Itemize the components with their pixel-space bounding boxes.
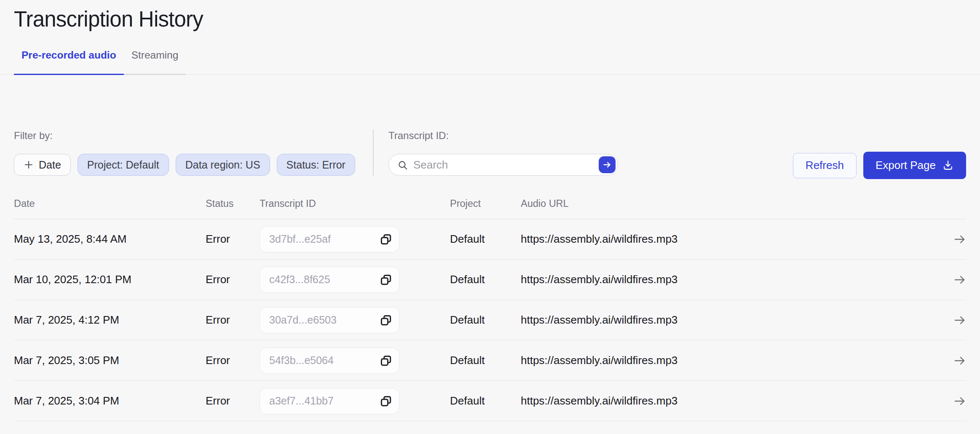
- date-cell: Mar 7, 2025, 3:04 PM: [14, 394, 206, 407]
- transcript-id-pill: 54f3b...e5064: [260, 348, 399, 374]
- open-transcript-button[interactable]: [948, 396, 966, 407]
- refresh-button[interactable]: Refresh: [793, 153, 857, 178]
- table-row[interactable]: Mar 7, 2025, 4:12 PM Error 30a7d...e6503…: [14, 300, 966, 340]
- tab-pre-recorded-audio[interactable]: Pre-recorded audio: [14, 49, 124, 75]
- copy-icon: [380, 314, 392, 327]
- export-page-button[interactable]: Export Page: [863, 152, 966, 179]
- date-cell: Mar 10, 2025, 12:01 PM: [14, 273, 206, 286]
- search-input[interactable]: [413, 158, 582, 171]
- open-transcript-button[interactable]: [948, 355, 966, 366]
- tab-bar: Pre-recorded audio Streaming: [14, 49, 966, 75]
- search-box: [388, 154, 618, 176]
- project-cell: Default: [450, 394, 521, 407]
- project-cell: Default: [450, 273, 521, 286]
- transcript-id-text: 30a7d...e6503: [269, 314, 337, 326]
- copy-transcript-id-button[interactable]: [379, 313, 393, 327]
- copy-icon: [380, 273, 392, 286]
- chip-label: Status: Error: [287, 159, 345, 171]
- transcript-id-pill: c42f3...8f625: [260, 267, 399, 293]
- copy-transcript-id-button[interactable]: [379, 394, 393, 408]
- download-icon: [942, 160, 954, 171]
- transcript-id-search-group: Transcript ID:: [373, 130, 618, 176]
- audio-url-cell: https://assembly.ai/wildfires.mp3: [521, 394, 948, 407]
- copy-transcript-id-button[interactable]: [379, 354, 393, 368]
- arrow-right-icon: [953, 396, 966, 407]
- transcription-history-page: Transcription History Pre-recorded audio…: [0, 0, 980, 434]
- table-row[interactable]: May 13, 2025, 8:44 AM Error 3d7bf...e25a…: [14, 219, 966, 260]
- filter-group: Filter by: Date Project: Default Data re…: [14, 130, 373, 176]
- transcript-id-text: a3ef7...41bb7: [269, 395, 334, 407]
- tab-streaming[interactable]: Streaming: [124, 49, 186, 75]
- transcript-id-pill: a3ef7...41bb7: [260, 388, 399, 414]
- arrow-right-icon: [602, 160, 612, 169]
- audio-url-cell: https://assembly.ai/wildfires.mp3: [521, 354, 948, 367]
- transcript-id-pill: 30a7d...e6503: [260, 307, 399, 333]
- status-cell: Error: [206, 394, 260, 407]
- filter-by-label: Filter by:: [14, 130, 355, 142]
- transcript-id-text: 54f3b...e5064: [269, 354, 334, 367]
- audio-url-cell: https://assembly.ai/wildfires.mp3: [521, 273, 948, 286]
- table-header-row: Date Status Transcript ID Project Audio …: [14, 191, 966, 219]
- plus-icon: [24, 160, 34, 170]
- copy-icon: [380, 395, 392, 407]
- table-body: May 13, 2025, 8:44 AM Error 3d7bf...e25a…: [14, 219, 966, 421]
- column-header-status: Status: [206, 198, 260, 209]
- status-cell: Error: [206, 233, 260, 246]
- refresh-button-label: Refresh: [806, 159, 844, 172]
- arrow-right-icon: [953, 274, 966, 285]
- transcription-table: Date Status Transcript ID Project Audio …: [14, 191, 966, 421]
- column-header-date: Date: [14, 198, 206, 209]
- column-header-project: Project: [450, 198, 521, 209]
- copy-transcript-id-button[interactable]: [379, 273, 393, 287]
- arrow-right-icon: [953, 315, 966, 326]
- filter-action-bar: Filter by: Date Project: Default Data re…: [14, 130, 966, 179]
- status-cell: Error: [206, 313, 260, 327]
- filter-chip-data-region[interactable]: Data region: US: [176, 154, 270, 176]
- column-header-transcript-id: Transcript ID: [260, 198, 450, 209]
- date-cell: May 13, 2025, 8:44 AM: [14, 233, 206, 246]
- status-cell: Error: [206, 273, 260, 286]
- column-header-audio-url: Audio URL: [521, 198, 948, 209]
- date-cell: Mar 7, 2025, 4:12 PM: [14, 313, 206, 327]
- audio-url-cell: https://assembly.ai/wildfires.mp3: [521, 313, 948, 327]
- copy-icon: [380, 233, 392, 246]
- project-cell: Default: [450, 313, 521, 327]
- copy-icon: [380, 354, 392, 367]
- tab-label: Streaming: [131, 49, 179, 61]
- chip-label: Project: Default: [87, 159, 159, 171]
- open-transcript-button[interactable]: [948, 274, 966, 285]
- arrow-right-icon: [953, 234, 966, 245]
- date-cell: Mar 7, 2025, 3:05 PM: [14, 354, 206, 367]
- table-row[interactable]: Mar 7, 2025, 3:05 PM Error 54f3b...e5064…: [14, 340, 966, 381]
- status-cell: Error: [206, 354, 260, 367]
- add-date-filter-button[interactable]: Date: [14, 154, 71, 176]
- transcript-id-pill: 3d7bf...e25af: [260, 226, 399, 252]
- open-transcript-button[interactable]: [948, 234, 966, 245]
- tab-label: Pre-recorded audio: [21, 49, 116, 61]
- copy-transcript-id-button[interactable]: [379, 232, 393, 246]
- project-cell: Default: [450, 354, 521, 367]
- open-transcript-button[interactable]: [948, 315, 966, 326]
- table-row[interactable]: Mar 10, 2025, 12:01 PM Error c42f3...8f6…: [14, 260, 966, 300]
- search-icon: [397, 160, 408, 171]
- filter-chip-project[interactable]: Project: Default: [78, 154, 169, 176]
- table-row[interactable]: Mar 7, 2025, 3:04 PM Error a3ef7...41bb7…: [14, 381, 966, 421]
- transcript-id-text: 3d7bf...e25af: [269, 233, 331, 245]
- arrow-right-icon: [953, 355, 966, 366]
- page-title: Transcription History: [14, 0, 966, 32]
- project-cell: Default: [450, 233, 521, 246]
- chip-label: Date: [39, 159, 61, 171]
- chip-label: Data region: US: [185, 159, 260, 171]
- audio-url-cell: https://assembly.ai/wildfires.mp3: [521, 233, 948, 246]
- filter-chip-status[interactable]: Status: Error: [277, 154, 355, 176]
- action-buttons: Refresh Export Page: [793, 130, 966, 179]
- transcript-id-text: c42f3...8f625: [269, 273, 330, 286]
- export-button-label: Export Page: [876, 159, 936, 172]
- transcript-id-label: Transcript ID:: [388, 130, 618, 142]
- search-submit-button[interactable]: [599, 156, 616, 173]
